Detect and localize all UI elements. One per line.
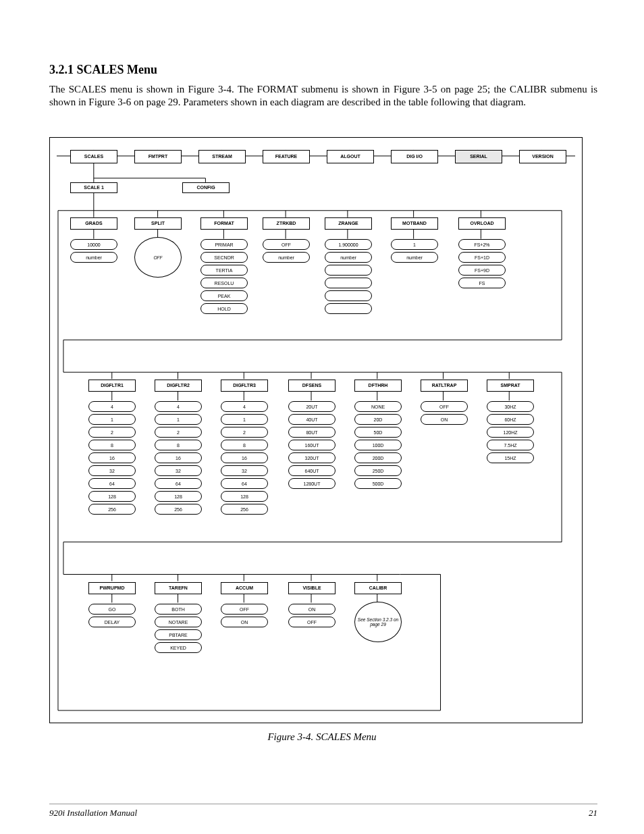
hdr-ratltrap: RATLTRAP <box>421 380 468 392</box>
intro-paragraph: The SCALES menu is shown in Figure 3-4. … <box>49 83 597 109</box>
opt-zrange-1: number <box>325 252 372 263</box>
opt-d2-3: 8 <box>155 440 202 450</box>
opt-d1-8: 256 <box>88 504 136 515</box>
opt-tf-2: PBTARE <box>155 629 202 640</box>
opt-d3-6: 64 <box>221 478 268 489</box>
opt-d1-7: 128 <box>88 491 136 502</box>
hdr-pwrupmd: PWRUPMD <box>88 582 136 594</box>
opt-sens-4: 320UT <box>288 452 336 463</box>
opt-thrh-6: 500D <box>354 478 402 489</box>
opt-d2-7: 128 <box>155 491 202 502</box>
opt-smp-1: 60HZ <box>487 414 534 425</box>
opt-zrange-3 <box>325 278 372 288</box>
hdr-smprat: SMPRAT <box>487 380 534 392</box>
opt-thrh-4: 200D <box>354 452 402 463</box>
opt-smp-0: 30HZ <box>487 401 534 412</box>
opt-d1-1: 1 <box>88 414 136 425</box>
scales-scale1: SCALE 1 <box>70 182 117 193</box>
opt-pw-0: GO <box>88 604 136 615</box>
opt-zrange-0: 1.900000 <box>325 239 372 250</box>
opt-d2-6: 64 <box>155 478 202 489</box>
opt-ovrload-0: FS+2% <box>458 239 506 250</box>
opt-ovrload-1: FS+1D <box>458 252 506 263</box>
opt-d3-2: 2 <box>221 427 268 438</box>
opt-d3-7: 128 <box>221 491 268 502</box>
opt-format-0: PRIMAR <box>200 239 248 250</box>
opt-ovrload-2: FS+9D <box>458 265 506 276</box>
opt-sens-3: 160UT <box>288 440 336 450</box>
opt-ratl-0: OFF <box>421 401 468 412</box>
opt-sens-0: 20UT <box>288 401 336 412</box>
figure-caption: Figure 3-4. SCALES Menu <box>0 731 644 743</box>
hdr-tarefn: TAREFN <box>155 582 202 594</box>
opt-thrh-3: 100D <box>354 440 402 450</box>
hdr-ztrkbd: ZTRKBD <box>263 217 310 230</box>
page-number: 21 <box>589 808 597 818</box>
opt-smp-3: 7.5HZ <box>487 440 534 450</box>
hdr-motband: MOTBAND <box>391 217 438 230</box>
opt-ztrkbd-0: OFF <box>263 239 310 250</box>
hdr-grads: GRADS <box>70 217 117 230</box>
opt-vi-1: OFF <box>288 617 336 627</box>
opt-d2-5: 32 <box>155 465 202 476</box>
scales-menu-diagram: SCALES FMTPRT STREAM FEATURE ALGOUT DIG … <box>49 137 583 723</box>
opt-format-4: PEAK <box>200 290 248 301</box>
opt-vi-0: ON <box>288 604 336 615</box>
opt-smp-2: 120HZ <box>487 427 534 438</box>
hdr-dfthrh: DFTHRH <box>354 380 402 392</box>
opt-d3-4: 16 <box>221 452 268 463</box>
opt-ac-0: OFF <box>221 604 268 615</box>
opt-ac-1: ON <box>221 617 268 627</box>
hdr-digfltr1: DIGFLTR1 <box>88 380 136 392</box>
opt-d1-4: 16 <box>88 452 136 463</box>
menu-stream: STREAM <box>198 150 246 163</box>
hdr-accum: ACCUM <box>221 582 268 594</box>
hdr-visible: VISIBLE <box>288 582 336 594</box>
opt-d2-1: 1 <box>155 414 202 425</box>
opt-grads-0: 10000 <box>70 239 117 250</box>
opt-sens-6: 1280UT <box>288 478 336 489</box>
footer-title: 920i Installation Manual <box>49 808 137 818</box>
opt-sens-1: 40UT <box>288 414 336 425</box>
opt-sens-2: 80UT <box>288 427 336 438</box>
opt-ztrkbd-1: number <box>263 252 310 263</box>
opt-d3-0: 4 <box>221 401 268 412</box>
opt-d2-8: 256 <box>155 504 202 515</box>
menu-algout: ALGOUT <box>327 150 374 163</box>
opt-format-3: RESOLU <box>200 278 248 288</box>
menu-version: VERSION <box>519 150 566 163</box>
opt-grads-1: number <box>70 252 117 263</box>
hdr-format: FORMAT <box>200 217 248 230</box>
opt-tf-1: NOTARE <box>155 617 202 627</box>
hdr-zrange: ZRANGE <box>325 217 372 230</box>
opt-zrange-5 <box>325 303 372 314</box>
menu-fmtprt: FMTPRT <box>134 150 182 163</box>
opt-format-2: TERTIA <box>200 265 248 276</box>
scales-config: CONFIG <box>182 182 230 193</box>
menu-digio: DIG I/O <box>391 150 438 163</box>
page: 3.2.1 SCALES Menu The SCALES menu is sho… <box>0 0 644 834</box>
opt-d1-0: 4 <box>88 401 136 412</box>
menu-feature: FEATURE <box>263 150 310 163</box>
opt-d3-8: 256 <box>221 504 268 515</box>
opt-d2-2: 2 <box>155 427 202 438</box>
hdr-dfsens: DFSENS <box>288 380 336 392</box>
opt-thrh-1: 20D <box>354 414 402 425</box>
opt-zrange-2 <box>325 265 372 276</box>
opt-thrh-2: 50D <box>354 427 402 438</box>
opt-motband-1: number <box>391 252 438 263</box>
opt-d3-1: 1 <box>221 414 268 425</box>
opt-ratl-1: ON <box>421 414 468 425</box>
hdr-split: SPLIT <box>134 217 182 230</box>
section-heading: 3.2.1 SCALES Menu <box>49 63 157 77</box>
menu-serial: SERIAL <box>455 150 502 163</box>
opt-d1-5: 32 <box>88 465 136 476</box>
hdr-calibr: CALIBR <box>354 582 402 594</box>
calibr-note: See Section 3.2.3 on page 29 <box>354 602 402 642</box>
opt-tf-3: KEYED <box>155 642 202 653</box>
hdr-digfltr2: DIGFLTR2 <box>155 380 202 392</box>
opt-d1-6: 64 <box>88 478 136 489</box>
opt-split-0: OFF <box>134 237 182 278</box>
opt-thrh-5: 250D <box>354 465 402 476</box>
opt-zrange-4 <box>325 290 372 301</box>
